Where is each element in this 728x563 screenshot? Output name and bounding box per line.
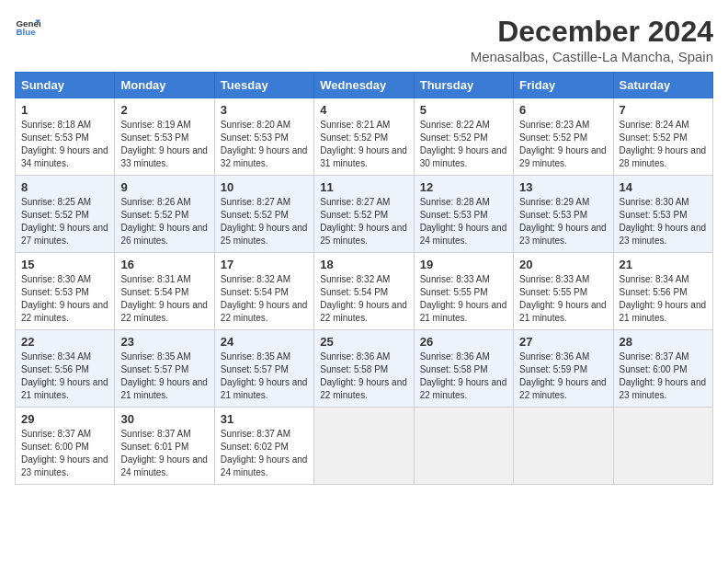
day-info: Sunrise: 8:36 AMSunset: 5:58 PMDaylight:…	[420, 350, 507, 402]
table-row: 1 Sunrise: 8:18 AMSunset: 5:53 PMDayligh…	[16, 98, 115, 176]
day-info: Sunrise: 8:25 AMSunset: 5:52 PMDaylight:…	[21, 196, 108, 247]
day-number: 6	[519, 103, 607, 117]
col-tuesday: Tuesday	[214, 73, 313, 98]
table-row: 21 Sunrise: 8:34 AMSunset: 5:56 PMDaylig…	[613, 253, 712, 330]
day-info: Sunrise: 8:37 AMSunset: 6:02 PMDaylight:…	[221, 428, 308, 479]
table-row: 6 Sunrise: 8:23 AMSunset: 5:52 PMDayligh…	[514, 98, 613, 176]
day-info: Sunrise: 8:34 AMSunset: 5:56 PMDaylight:…	[620, 273, 707, 325]
location-title: Menasalbas, Castille-La Mancha, Spain	[471, 49, 713, 64]
table-row: 2 Sunrise: 8:19 AMSunset: 5:53 PMDayligh…	[115, 98, 214, 176]
table-row: 24 Sunrise: 8:35 AMSunset: 5:57 PMDaylig…	[214, 330, 313, 408]
logo-icon: General Blue	[15, 15, 40, 40]
day-number: 10	[221, 180, 308, 194]
day-info: Sunrise: 8:35 AMSunset: 5:57 PMDaylight:…	[221, 350, 308, 402]
day-number: 11	[320, 180, 407, 194]
table-row: 17 Sunrise: 8:32 AMSunset: 5:54 PMDaylig…	[214, 253, 313, 330]
day-info: Sunrise: 8:33 AMSunset: 5:55 PMDaylight:…	[519, 273, 607, 325]
day-number: 13	[519, 180, 607, 194]
col-sunday: Sunday	[16, 73, 115, 98]
table-row: 10 Sunrise: 8:27 AMSunset: 5:52 PMDaylig…	[214, 176, 313, 253]
day-number: 23	[120, 335, 208, 349]
day-number: 3	[221, 103, 308, 117]
day-number: 26	[420, 335, 507, 349]
table-row: 11 Sunrise: 8:27 AMSunset: 5:52 PMDaylig…	[314, 176, 414, 253]
day-number: 1	[21, 103, 108, 117]
col-saturday: Saturday	[613, 73, 712, 98]
table-row: 30 Sunrise: 8:37 AMSunset: 6:01 PMDaylig…	[115, 408, 214, 485]
day-number: 18	[320, 258, 407, 271]
day-info: Sunrise: 8:37 AMSunset: 6:00 PMDaylight:…	[21, 428, 108, 479]
table-row: 19 Sunrise: 8:33 AMSunset: 5:55 PMDaylig…	[414, 253, 513, 330]
col-thursday: Thursday	[414, 73, 513, 98]
day-info: Sunrise: 8:27 AMSunset: 5:52 PMDaylight:…	[221, 196, 308, 247]
day-number: 12	[420, 180, 507, 194]
calendar-week: 22 Sunrise: 8:34 AMSunset: 5:56 PMDaylig…	[16, 330, 713, 408]
day-number: 19	[420, 258, 507, 271]
day-number: 17	[221, 258, 308, 271]
calendar-week: 29 Sunrise: 8:37 AMSunset: 6:00 PMDaylig…	[16, 408, 713, 485]
day-number: 8	[21, 180, 108, 194]
day-info: Sunrise: 8:32 AMSunset: 5:54 PMDaylight:…	[221, 273, 308, 325]
table-row: 5 Sunrise: 8:22 AMSunset: 5:52 PMDayligh…	[414, 98, 513, 176]
table-row: 9 Sunrise: 8:26 AMSunset: 5:52 PMDayligh…	[115, 176, 214, 253]
title-block: December 2024 Menasalbas, Castille-La Ma…	[471, 15, 713, 64]
table-row: 31 Sunrise: 8:37 AMSunset: 6:02 PMDaylig…	[214, 408, 313, 485]
table-row	[314, 408, 414, 485]
day-info: Sunrise: 8:29 AMSunset: 5:53 PMDaylight:…	[519, 196, 607, 247]
calendar-week: 8 Sunrise: 8:25 AMSunset: 5:52 PMDayligh…	[16, 176, 713, 253]
day-info: Sunrise: 8:18 AMSunset: 5:53 PMDaylight:…	[21, 119, 108, 170]
table-row: 23 Sunrise: 8:35 AMSunset: 5:57 PMDaylig…	[115, 330, 214, 408]
table-row: 28 Sunrise: 8:37 AMSunset: 6:00 PMDaylig…	[613, 330, 712, 408]
table-row: 7 Sunrise: 8:24 AMSunset: 5:52 PMDayligh…	[613, 98, 712, 176]
day-number: 30	[120, 412, 208, 426]
calendar-week: 15 Sunrise: 8:30 AMSunset: 5:53 PMDaylig…	[16, 253, 713, 330]
day-info: Sunrise: 8:32 AMSunset: 5:54 PMDaylight:…	[320, 273, 407, 325]
day-number: 5	[420, 103, 507, 117]
day-number: 9	[120, 180, 208, 194]
day-number: 29	[21, 412, 108, 426]
table-row: 16 Sunrise: 8:31 AMSunset: 5:54 PMDaylig…	[115, 253, 214, 330]
header-row: Sunday Monday Tuesday Wednesday Thursday…	[16, 73, 713, 98]
day-info: Sunrise: 8:33 AMSunset: 5:55 PMDaylight:…	[420, 273, 507, 325]
day-number: 24	[221, 335, 308, 349]
day-number: 31	[221, 412, 308, 426]
table-row: 8 Sunrise: 8:25 AMSunset: 5:52 PMDayligh…	[16, 176, 115, 253]
day-number: 28	[620, 335, 707, 349]
day-info: Sunrise: 8:24 AMSunset: 5:52 PMDaylight:…	[620, 119, 707, 170]
day-info: Sunrise: 8:35 AMSunset: 5:57 PMDaylight:…	[120, 350, 208, 402]
calendar-week: 1 Sunrise: 8:18 AMSunset: 5:53 PMDayligh…	[16, 98, 713, 176]
col-friday: Friday	[514, 73, 613, 98]
day-number: 2	[120, 103, 208, 117]
table-row: 13 Sunrise: 8:29 AMSunset: 5:53 PMDaylig…	[514, 176, 613, 253]
day-number: 27	[519, 335, 607, 349]
table-row: 26 Sunrise: 8:36 AMSunset: 5:58 PMDaylig…	[414, 330, 513, 408]
day-info: Sunrise: 8:28 AMSunset: 5:53 PMDaylight:…	[420, 196, 507, 247]
day-info: Sunrise: 8:34 AMSunset: 5:56 PMDaylight:…	[21, 350, 108, 402]
day-info: Sunrise: 8:27 AMSunset: 5:52 PMDaylight:…	[320, 196, 407, 247]
day-info: Sunrise: 8:37 AMSunset: 6:00 PMDaylight:…	[620, 350, 707, 402]
table-row: 29 Sunrise: 8:37 AMSunset: 6:00 PMDaylig…	[16, 408, 115, 485]
day-info: Sunrise: 8:31 AMSunset: 5:54 PMDaylight:…	[120, 273, 208, 325]
table-row: 4 Sunrise: 8:21 AMSunset: 5:52 PMDayligh…	[314, 98, 414, 176]
day-number: 7	[620, 103, 707, 117]
col-wednesday: Wednesday	[314, 73, 414, 98]
table-row: 27 Sunrise: 8:36 AMSunset: 5:59 PMDaylig…	[514, 330, 613, 408]
table-row: 25 Sunrise: 8:36 AMSunset: 5:58 PMDaylig…	[314, 330, 414, 408]
day-info: Sunrise: 8:19 AMSunset: 5:53 PMDaylight:…	[120, 119, 208, 170]
svg-text:Blue: Blue	[16, 27, 36, 37]
day-info: Sunrise: 8:37 AMSunset: 6:01 PMDaylight:…	[120, 428, 208, 479]
day-info: Sunrise: 8:21 AMSunset: 5:52 PMDaylight:…	[320, 119, 407, 170]
day-number: 25	[320, 335, 407, 349]
table-row: 20 Sunrise: 8:33 AMSunset: 5:55 PMDaylig…	[514, 253, 613, 330]
day-info: Sunrise: 8:23 AMSunset: 5:52 PMDaylight:…	[519, 119, 607, 170]
col-monday: Monday	[115, 73, 214, 98]
day-number: 22	[21, 335, 108, 349]
month-title: December 2024	[471, 15, 713, 49]
day-info: Sunrise: 8:30 AMSunset: 5:53 PMDaylight:…	[620, 196, 707, 247]
table-row: 22 Sunrise: 8:34 AMSunset: 5:56 PMDaylig…	[16, 330, 115, 408]
day-number: 15	[21, 258, 108, 271]
table-row: 18 Sunrise: 8:32 AMSunset: 5:54 PMDaylig…	[314, 253, 414, 330]
day-number: 21	[620, 258, 707, 271]
table-row: 3 Sunrise: 8:20 AMSunset: 5:53 PMDayligh…	[214, 98, 313, 176]
day-number: 14	[620, 180, 707, 194]
